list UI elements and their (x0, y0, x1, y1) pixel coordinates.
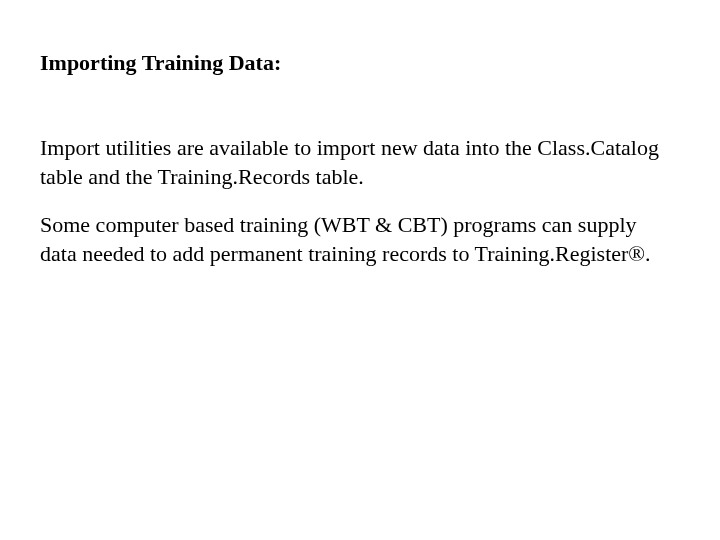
body-paragraph: Some computer based training (WBT & CBT)… (40, 211, 660, 268)
body-paragraph: Import utilities are available to import… (40, 134, 660, 191)
page-heading: Importing Training Data: (40, 50, 680, 76)
